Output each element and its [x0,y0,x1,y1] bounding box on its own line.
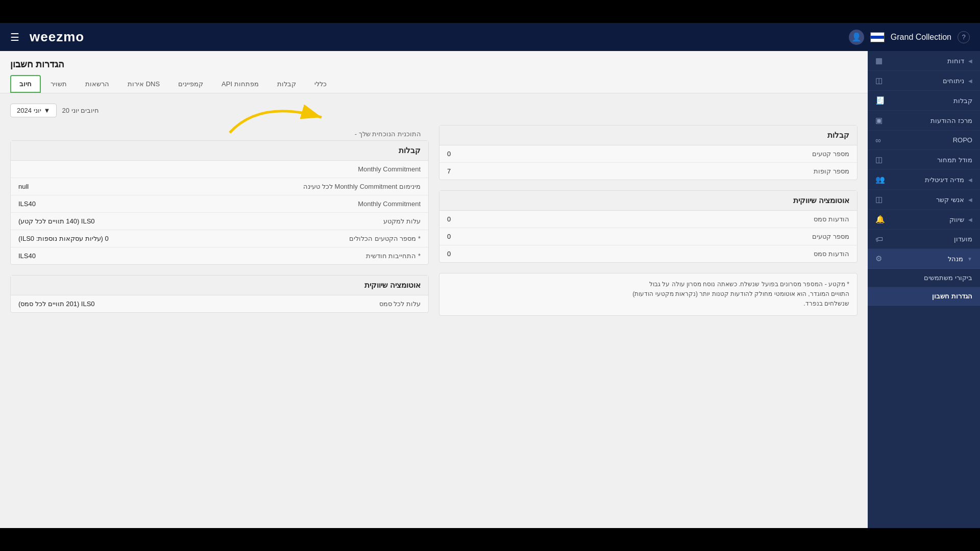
row-value: 0 [447,150,451,158]
row-value: 0 [447,215,451,223]
tab-billing[interactable]: חיוב [10,75,41,93]
content-area: הגדרות חשבון חיוב תשויר הרשאות DNS אירות… [0,51,868,551]
table-row: * מספר הקטעים הכלולים 0 (עליות עסקאות נו… [11,230,428,247]
billing-left-card: קבלות מספר קטעים 0 מספר קופות 7 [439,125,857,180]
arrow-icon: ◀ [968,177,972,183]
header: 👤 Grand Collection ? ☰ weezmo [0,23,980,51]
tab-computers[interactable]: קמפיינים [169,76,212,92]
club-icon: 🏷 [875,235,883,243]
sidebar-item-billing[interactable]: קבלות 🧾 [868,91,980,111]
auto-left-body: הודעות סמס 0 מספר קטעים 0 הודעות סמס 0 [439,211,857,262]
brand-name: Grand Collection [891,33,951,42]
row-value: ILS0 (140 תוויים לכל קטע) [18,217,95,225]
sidebar-item-reports[interactable]: ◀ דוחות ▦ [868,51,980,71]
top-bar [0,0,980,23]
sidebar-item-contacts[interactable]: ◀ אנשי קשר ◫ [868,190,980,210]
sidebar-item-digital-media[interactable]: ◀ מדיה דיגיטלית 👥 [868,170,980,190]
avatar[interactable]: 👤 [849,30,864,45]
sidebar-item-pricing[interactable]: מודל תמחור ◫ [868,150,980,170]
billing-right-body: Monthly Commitment מינימום Monthly Commi… [11,161,428,264]
row-label: מספר קופות [814,167,849,175]
arrow-icon: ▼ [967,256,972,262]
table-row: * התחייבות חודשית ILS40 [11,247,428,264]
auto-right-card: אוטומציה שיווקית עלות לכל סמס ILS0 (201 … [10,275,429,313]
tab-billing2[interactable]: קבלות [268,76,305,92]
weezmo-logo: weezmo [30,29,84,45]
header-right: ☰ weezmo [10,29,84,45]
tab-permissions[interactable]: הרשאות [77,76,118,92]
row-label: עלות לכל סמס [379,300,421,308]
table-row: הודעות סמס 0 [439,211,857,228]
auto-left-card: אוטומציה שיווקית הודעות סמס 0 מספר קטעים… [439,190,857,263]
row-value: 0 [447,250,451,258]
tab-general[interactable]: כללי [306,76,335,92]
table-row: הודעות סמס 0 [439,245,857,262]
header-left: 👤 Grand Collection ? [849,30,970,45]
auto-right-title: אוטומציה שיווקית [11,276,428,295]
reports-icon: ▦ [875,56,883,65]
row-value: ILS40 [18,200,36,208]
arrow-icon: ◀ [968,217,972,222]
row-label: מספר קטעים [812,150,849,158]
bottom-bar [0,528,980,551]
sidebar-item-ropo[interactable]: ROPO ∞ [868,131,980,150]
tab-api[interactable]: מפתחות API [213,76,267,92]
sidebar-item-analytics[interactable]: ◀ ניתוחים ◫ [868,71,980,91]
billing-right-card: קבלות Monthly Commitment מינימום Monthly… [10,140,429,265]
help-button[interactable]: ? [958,31,970,43]
row-label: * מספר הקטעים הכלולים [349,235,421,242]
table-row: מינימום Monthly Commitment לכל טעינה nul… [11,178,428,195]
page-title-row: הגדרות חשבון [10,59,857,70]
row-label: הודעות סמס [814,215,849,223]
row-label: עלות למקטע [383,217,421,225]
main-layout: ◀ דוחות ▦ ◀ ניתוחים ◫ קבלות 🧾 מרכז ההודע… [0,51,980,551]
sidebar-item-account-settings[interactable]: הגדרות חשבון [868,287,980,306]
page-header: הגדרות חשבון חיוב תשויר הרשאות DNS אירות… [0,51,868,93]
col-right: התוכנית הנוכחית שלך - קבלות Monthly Comm… [10,125,429,323]
flag-icon [870,32,885,42]
row-value: null [18,183,29,190]
sidebar-item-club[interactable]: מועדון 🏷 [868,230,980,249]
row-label: מספר קטעים [812,233,849,240]
table-row: מספר קטעים 0 [439,145,857,163]
date-filter-button[interactable]: ▼ יוני 2024 [10,104,57,117]
arrow-icon: ◀ [968,58,972,64]
contacts-icon: ◫ [875,195,883,204]
row-value: 0 [447,233,451,240]
note-text: * מקטע - המספר מסרונים בפועל שנשלח. כשאת… [447,280,849,309]
row-label: הודעות סמס [814,250,849,258]
row-label: מינימום Monthly Commitment לכל טעינה [303,183,421,190]
two-col-layout: קבלות מספר קטעים 0 מספר קופות 7 [10,125,857,323]
table-row: מספר קופות 7 [439,163,857,180]
billing-left-title: קבלות [439,126,857,145]
table-row: מספר קטעים 0 [439,228,857,245]
sidebar-item-news[interactable]: מרכז ההודעות ▣ [868,111,980,131]
main-content: חיובים יוני 20 ▼ יוני 2024 קבלות מספר קט… [0,93,868,333]
note-box: * מקטע - המספר מסרונים בפועל שנשלח. כשאת… [439,273,857,316]
auto-right-body: עלות לכל סמס ILS0 (201 תוויים לכל סמס) [11,295,428,312]
analytics-icon: ◫ [875,76,883,85]
sidebar-item-marketing[interactable]: ◀ שיווק 🔔 [868,210,980,230]
row-label: Monthly Commitment [358,165,421,173]
current-plan-label: התוכנית הנוכחית שלך - [10,125,429,140]
tab-dns[interactable]: DNS אירות [119,76,168,92]
table-row: Monthly Commitment [11,161,428,178]
row-label: Monthly Commitment [358,200,421,208]
date-label: יוני 2024 [17,107,41,114]
tab-checkout[interactable]: תשויר [42,76,76,92]
table-row: עלות לכל סמס ILS0 (201 תוויים לכל סמס) [11,295,428,312]
table-row: עלות למקטע ILS0 (140 תוויים לכל קטע) [11,213,428,230]
table-row: Monthly Commitment ILS40 [11,195,428,213]
tabs-row: חיוב תשויר הרשאות DNS אירות קמפיינים מפת… [10,75,857,93]
digital-media-icon: 👥 [875,175,885,184]
sidebar-item-manager[interactable]: ▼ מנהל ⚙ [868,249,980,269]
chevron-down-icon: ▼ [44,107,51,114]
row-value: ILS0 (201 תוויים לכל סמס) [18,300,95,308]
page-title: הגדרות חשבון [10,59,64,70]
billing-left-body: מספר קטעים 0 מספר קופות 7 [439,145,857,180]
marketing-icon: 🔔 [875,215,885,224]
row-label: * התחייבות חודשית [366,252,421,260]
menu-icon[interactable]: ☰ [10,31,19,43]
billing-right-title: קבלות [11,141,428,161]
sidebar-item-user-visits[interactable]: ביקורי משתמשים [868,269,980,287]
